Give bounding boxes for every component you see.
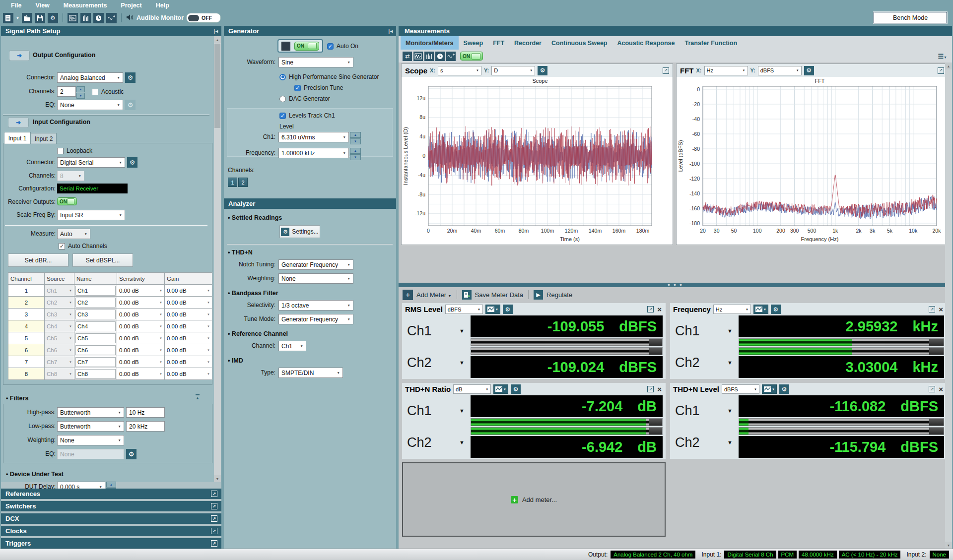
- channel-label[interactable]: Ch2▼: [670, 347, 739, 378]
- selectivity-select[interactable]: 1/3 octave▼: [278, 300, 353, 311]
- auto-on-row[interactable]: ✓Auto On: [327, 43, 358, 50]
- settled-settings-button[interactable]: ⚙Settings...: [279, 225, 320, 238]
- precision-tune-row[interactable]: ✓Precision Tune: [294, 84, 343, 91]
- scope-settings-icon[interactable]: ⚙: [538, 66, 547, 75]
- high-pass-freq-input[interactable]: 10 Hz: [126, 407, 165, 418]
- waveform-select[interactable]: Sine▼: [278, 57, 353, 67]
- popout-icon[interactable]: ↗: [647, 386, 654, 392]
- auto-channels-row[interactable]: ✓Auto Channels: [59, 243, 107, 249]
- popout-icon[interactable]: ↗: [647, 306, 654, 312]
- collapsed-panel-references[interactable]: References↗: [1, 489, 221, 499]
- tab-monitors-meters[interactable]: Monitors/Meters: [401, 36, 459, 50]
- auto-channels-checkbox[interactable]: ✓: [59, 243, 65, 249]
- input-connector-settings-icon[interactable]: ⚙: [127, 157, 137, 168]
- measure-select[interactable]: Auto▼: [57, 229, 90, 239]
- levels-track-checkbox[interactable]: ✓: [279, 113, 286, 119]
- gen-frequency-stepper[interactable]: ▲▼: [350, 148, 361, 160]
- gain-select[interactable]: 0.00 dB▼: [165, 285, 212, 297]
- menu-view[interactable]: View: [36, 2, 50, 9]
- tab-acoustic-response[interactable]: Acoustic Response: [612, 36, 680, 50]
- output-eq-select[interactable]: None▼: [57, 100, 123, 110]
- pin-icon[interactable]: |◄: [389, 29, 393, 34]
- panel-menu-icon[interactable]: ☰▼: [938, 53, 947, 60]
- bench-mode-button[interactable]: Bench Mode: [874, 12, 947, 23]
- close-icon[interactable]: ×: [939, 306, 943, 313]
- meter-bars-icon[interactable]: [80, 13, 91, 23]
- receiver-outputs-toggle[interactable]: ON: [57, 197, 77, 205]
- scope-x-unit-select[interactable]: s▼: [438, 66, 481, 75]
- popout-icon[interactable]: ↗: [211, 491, 217, 497]
- name-input[interactable]: Ch1: [74, 285, 117, 297]
- generator-signal-icon[interactable]: [446, 52, 456, 61]
- thdn-weighting-select[interactable]: None▼: [278, 273, 353, 284]
- add-meter-icon[interactable]: ＋: [403, 290, 413, 300]
- meter-settings-icon[interactable]: ⚙: [771, 305, 781, 314]
- gain-select[interactable]: 0.00 dB▼: [165, 309, 212, 320]
- name-input[interactable]: Ch4: [74, 320, 117, 332]
- save-meter-data-button[interactable]: Save Meter Data: [475, 291, 524, 299]
- splitter-handle[interactable]: ● ● ●: [399, 283, 952, 287]
- acoustic-checkbox[interactable]: [92, 89, 98, 95]
- scroll-thumb[interactable]: [214, 44, 220, 128]
- gen-ch1-level-input[interactable]: 6.310 uVrms▼: [278, 132, 349, 142]
- fft-settings-icon[interactable]: ⚙: [804, 66, 814, 75]
- scroll-down-icon[interactable]: ▼: [945, 542, 952, 549]
- clock-icon[interactable]: [93, 13, 104, 23]
- scale-freq-select[interactable]: Input SR▼: [57, 210, 125, 220]
- tab-input-2[interactable]: Input 2: [31, 133, 57, 144]
- name-input[interactable]: Ch6: [74, 344, 117, 356]
- popout-icon[interactable]: ↗: [938, 67, 944, 74]
- scroll-down-icon[interactable]: ▼: [214, 475, 221, 482]
- output-connector-select[interactable]: Analog Balanced▼: [57, 72, 123, 83]
- sensitivity-select[interactable]: 0.00 dB▼: [117, 344, 165, 356]
- high-pass-select[interactable]: Butterworth▼: [57, 407, 124, 418]
- generator-on-toggle[interactable]: ON: [294, 42, 319, 51]
- dac-radio-row[interactable]: DAC Generator: [279, 95, 330, 102]
- popout-icon[interactable]: ↗: [211, 540, 217, 547]
- left-scrollbar[interactable]: ▲ ▼: [214, 36, 221, 482]
- settings-gear-icon[interactable]: ⚙: [48, 13, 58, 23]
- set-dbspl-button[interactable]: Set dBSPL...: [72, 253, 133, 267]
- tab-recorder[interactable]: Recorder: [509, 36, 546, 50]
- gain-select[interactable]: 0.00 dB▼: [165, 332, 212, 344]
- channel-label[interactable]: Ch1▼: [670, 395, 739, 426]
- output-channels-stepper[interactable]: ▲▼: [76, 86, 85, 99]
- open-project-icon[interactable]: [22, 13, 32, 23]
- name-input[interactable]: Ch5: [74, 332, 117, 344]
- gain-select[interactable]: 0.00 dB▼: [165, 344, 212, 356]
- gain-select[interactable]: 0.00 dB▼: [165, 356, 212, 368]
- fft-y-unit-select[interactable]: dBFS▼: [758, 66, 802, 75]
- scope-monitor-icon[interactable]: [413, 52, 423, 61]
- precision-tune-checkbox[interactable]: ✓: [294, 85, 301, 91]
- filters-eq-settings-icon[interactable]: ⚙: [126, 449, 136, 459]
- sensitivity-select[interactable]: 0.00 dB▼: [117, 332, 165, 344]
- low-pass-select[interactable]: Butterworth▼: [57, 421, 124, 432]
- hp-sine-radio[interactable]: [279, 74, 286, 80]
- loopback-checkbox[interactable]: [57, 148, 64, 154]
- channel-label[interactable]: Ch2▼: [670, 427, 739, 458]
- imd-type-select[interactable]: SMPTE/DIN▼: [278, 368, 343, 378]
- collapsed-panel-switchers[interactable]: Switchers↗: [1, 501, 221, 511]
- sensitivity-select[interactable]: 0.00 dB▼: [117, 297, 165, 309]
- channel-label[interactable]: Ch1▼: [670, 315, 739, 346]
- popout-icon[interactable]: ↗: [929, 306, 935, 312]
- meter-style-icon[interactable]: ▼: [485, 305, 500, 314]
- meter-style-icon[interactable]: ▼: [762, 384, 777, 394]
- meter-unit-select[interactable]: dBFS▼: [445, 305, 483, 314]
- meter-unit-select[interactable]: dBFS▼: [722, 384, 759, 394]
- meter-style-icon[interactable]: ▼: [493, 384, 508, 394]
- menu-project[interactable]: Project: [121, 2, 141, 9]
- popout-icon[interactable]: ↗: [211, 503, 217, 509]
- output-connector-settings-icon[interactable]: ⚙: [125, 72, 136, 83]
- hp-sine-radio-row[interactable]: High Performance Sine Generator: [279, 73, 379, 80]
- monitors-on-toggle[interactable]: ON: [460, 52, 483, 61]
- tab-fft[interactable]: FFT: [488, 36, 509, 50]
- menu-file[interactable]: File: [11, 2, 22, 9]
- low-pass-freq-input[interactable]: 20 kHz: [126, 421, 165, 432]
- channel-label[interactable]: Ch2▼: [402, 427, 471, 458]
- auto-on-checkbox[interactable]: ✓: [327, 43, 334, 50]
- meter-unit-select[interactable]: Hz▼: [713, 305, 751, 314]
- meter-bars-icon[interactable]: [424, 52, 434, 61]
- close-icon[interactable]: ×: [657, 306, 662, 313]
- reference-channel-select[interactable]: Ch1▼: [278, 341, 306, 351]
